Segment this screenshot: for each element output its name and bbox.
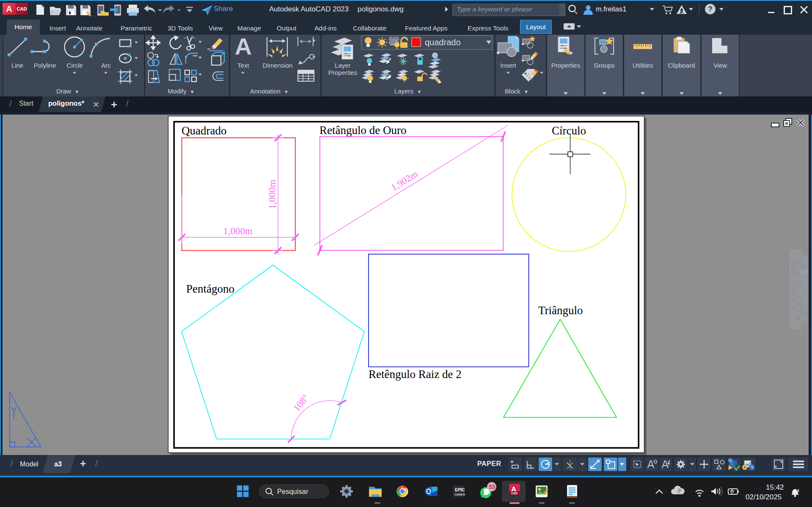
svg-text:02/10/2025: 02/10/2025 <box>746 493 782 501</box>
svg-text:Retângulo de Ouro: Retângulo de Ouro <box>319 124 406 137</box>
svg-text:Pesquisar: Pesquisar <box>277 488 308 495</box>
svg-text:Quadrado: Quadrado <box>182 124 226 137</box>
svg-text:1,000m: 1,000m <box>223 226 253 236</box>
svg-text:Triângulo: Triângulo <box>538 304 583 317</box>
svg-text:quadrado: quadrado <box>425 38 461 47</box>
svg-text:CAD: CAD <box>511 492 517 495</box>
svg-text:53: 53 <box>489 484 495 490</box>
svg-text:GAMES: GAMES <box>454 493 465 496</box>
svg-text:Círculo: Círculo <box>552 124 586 137</box>
svg-text:Retêngulo Raiz de 2: Retêngulo Raiz de 2 <box>369 368 462 381</box>
svg-text:15:42: 15:42 <box>766 483 784 491</box>
svg-text:Pentágono: Pentágono <box>186 282 234 295</box>
svg-text:z: z <box>797 488 799 493</box>
svg-text:EPIC: EPIC <box>455 488 465 492</box>
svg-text:2D: 2D <box>800 268 808 275</box>
svg-text:1,000m: 1,000m <box>267 180 278 209</box>
